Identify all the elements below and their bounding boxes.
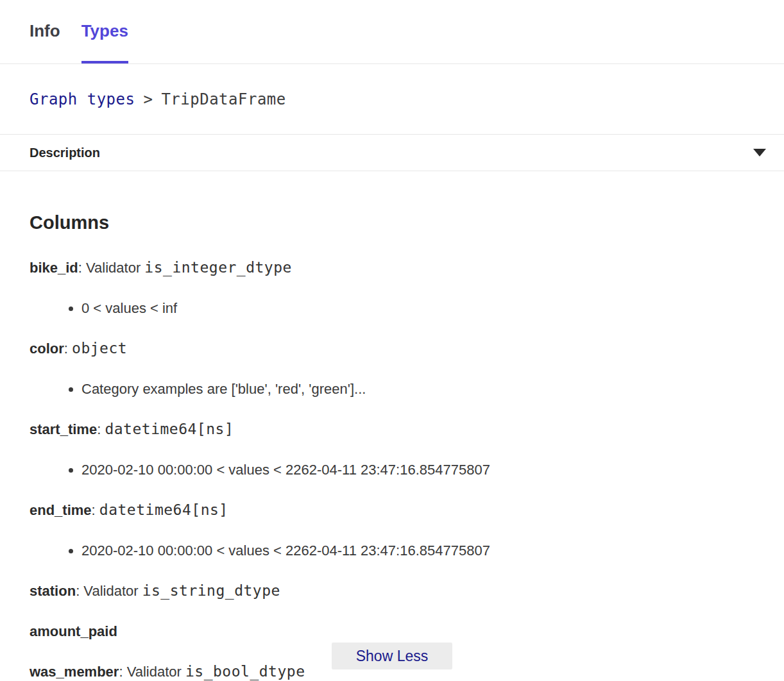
columns-heading: Columns [30,212,754,233]
column-name: bike_id [30,260,78,276]
tab-info[interactable]: Info [30,0,60,63]
description-label: Description [30,146,100,160]
tab-bar: Info Types [0,0,784,64]
column-entry: amount_paid [30,623,754,640]
column-entry: end_time: datetime64[ns] 2020-02-10 00:0… [30,501,754,559]
constraint-list: Category examples are ['blue', 'red', 'g… [30,380,754,398]
constraint-item: 0 < values < inf [81,299,754,317]
dtype-code: object [72,340,127,357]
column-definition: color: object [30,340,754,357]
column-separator: : [64,340,72,357]
column-entry: start_time: datetime64[ns] 2020-02-10 00… [30,421,754,478]
column-name: end_time [30,502,92,518]
validator-text: Validator [86,260,144,276]
column-entry: station: Validator is_string_dtype [30,582,754,600]
column-entry: color: object Category examples are ['bl… [30,340,754,398]
breadcrumb-separator: > [143,90,153,108]
column-definition: end_time: datetime64[ns] [30,501,754,519]
columns-list: bike_id: Validator is_integer_dtype 0 < … [30,259,754,680]
constraint-list: 0 < values < inf [30,299,754,317]
validator-text: Validator [83,583,142,599]
dtype-code: is_integer_dtype [144,259,292,276]
column-name: amount_paid [30,623,117,639]
column-name: was_member [30,664,119,680]
constraint-item: Category examples are ['blue', 'red', 'g… [81,380,754,398]
breadcrumb-current: TripDataFrame [161,90,285,108]
column-entry: bike_id: Validator is_integer_dtype 0 < … [30,259,754,317]
columns-section: Columns bike_id: Validator is_integer_dt… [0,212,784,681]
column-definition: start_time: datetime64[ns] [30,421,754,438]
constraint-item: 2020-02-10 00:00:00 < values < 2262-04-1… [81,542,754,559]
column-definition: amount_paid [30,623,754,640]
column-name: start_time [30,421,97,437]
column-name: color [30,340,64,357]
column-definition: bike_id: Validator is_integer_dtype [30,259,754,276]
dtype-code: is_string_dtype [142,582,280,599]
validator-text: Validator [127,664,185,680]
column-separator: : [97,421,105,437]
constraint-list: 2020-02-10 00:00:00 < values < 2262-04-1… [30,461,754,478]
tab-types[interactable]: Types [81,0,128,63]
chevron-down-icon [753,149,766,156]
breadcrumb: Graph types > TripDataFrame [0,64,784,135]
column-separator: : [119,664,126,680]
dtype-code: datetime64[ns] [105,421,234,437]
breadcrumb-parent-link[interactable]: Graph types [30,90,135,108]
show-less-button[interactable]: Show Less [332,643,452,669]
column-separator: : [78,260,86,276]
dtype-code: is_bool_dtype [185,663,305,680]
column-separator: : [76,583,83,599]
column-definition: station: Validator is_string_dtype [30,582,754,600]
constraint-list: 2020-02-10 00:00:00 < values < 2262-04-1… [30,542,754,559]
column-name: station [30,583,76,599]
dtype-code: datetime64[ns] [99,501,228,518]
column-separator: : [92,502,99,518]
constraint-item: 2020-02-10 00:00:00 < values < 2262-04-1… [81,461,754,478]
description-section-header[interactable]: Description [0,135,784,171]
